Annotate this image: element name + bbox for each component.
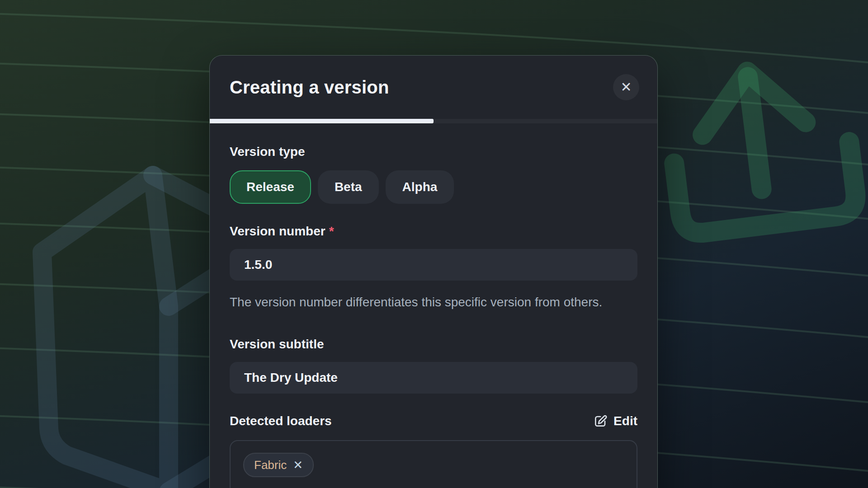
close-icon: ✕ xyxy=(620,79,632,95)
edit-button-label: Edit xyxy=(613,414,637,428)
version-number-input[interactable] xyxy=(230,249,637,281)
modal-title: Creating a version xyxy=(230,77,389,98)
package-cube-icon xyxy=(13,157,216,488)
modal-content: Version type Release Beta Alpha Version … xyxy=(210,144,657,488)
version-type-label: Version type xyxy=(230,144,637,160)
version-number-label-text: Version number xyxy=(230,224,326,238)
modal-header: Creating a version ✕ xyxy=(210,56,657,119)
loader-chip-fabric: Fabric ✕ xyxy=(243,453,314,477)
loader-chip-label: Fabric xyxy=(254,458,287,472)
detected-loaders-box: Fabric ✕ xyxy=(230,440,637,488)
detected-loaders-label: Detected loaders xyxy=(230,413,332,429)
version-type-options: Release Beta Alpha xyxy=(230,170,637,204)
remove-x-icon: ✕ xyxy=(293,458,303,472)
version-subtitle-input[interactable] xyxy=(230,362,637,394)
version-number-help-text: The version number differentiates this s… xyxy=(230,292,623,312)
page-background: { "background": { "decorations": ["curve… xyxy=(0,0,868,488)
creating-version-modal: Creating a version ✕ Version type Releas… xyxy=(209,55,658,488)
edit-loaders-button[interactable]: Edit xyxy=(593,414,637,428)
detected-loaders-row: Detected loaders Edit xyxy=(230,413,637,429)
loader-chip-remove-button[interactable]: ✕ xyxy=(293,459,303,471)
version-type-beta-button[interactable]: Beta xyxy=(318,170,379,204)
close-button[interactable]: ✕ xyxy=(613,74,639,100)
version-subtitle-label: Version subtitle xyxy=(230,337,637,352)
version-type-alpha-button[interactable]: Alpha xyxy=(386,170,454,204)
progress-bar-fill xyxy=(210,119,434,123)
upload-arrow-icon xyxy=(647,28,868,263)
edit-pencil-icon xyxy=(593,414,608,428)
required-asterisk: * xyxy=(329,224,334,238)
progress-bar-track xyxy=(210,119,657,123)
version-number-label: Version number* xyxy=(230,224,637,239)
version-type-release-button[interactable]: Release xyxy=(230,170,311,204)
